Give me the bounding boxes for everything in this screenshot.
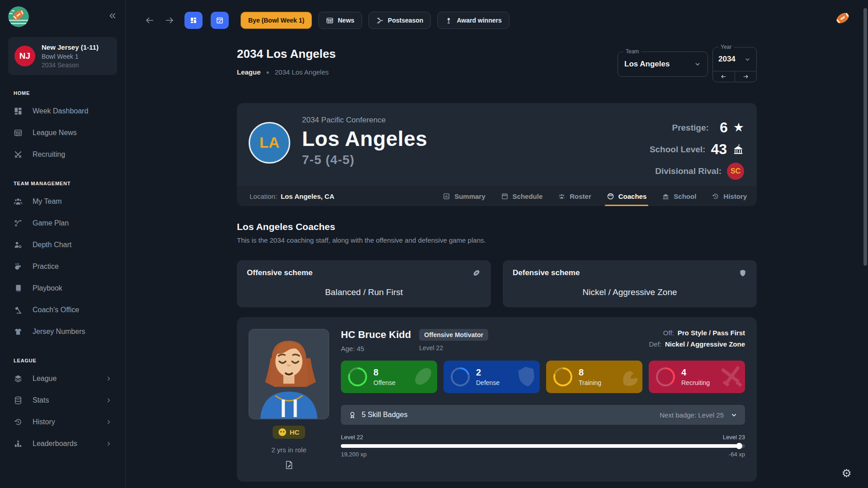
coach-header: HC Bruce Kidd Age: 45 Offensive Motivato… xyxy=(341,329,745,352)
tab-history[interactable]: History xyxy=(712,186,747,206)
year-select-value: 2034 xyxy=(718,55,736,64)
settings-gear-button[interactable]: ⚙ xyxy=(842,468,852,479)
coach-age: Age: 45 xyxy=(341,345,411,352)
coach-role-label: HC xyxy=(290,428,300,436)
defense-rating-value: 2 xyxy=(476,367,500,378)
team-year-selectors: Team Los Angeles Year 2034 xyxy=(618,47,757,82)
sidebar-item-league[interactable]: League xyxy=(8,368,117,389)
book-icon xyxy=(14,284,23,293)
document-edit-icon xyxy=(284,460,294,470)
coach-notes-button[interactable] xyxy=(284,460,294,470)
sidebar-item-recruiting[interactable]: Recruiting xyxy=(8,144,117,165)
prestige-row: Prestige: 6 ★ xyxy=(672,119,744,136)
main-content: Bye (Bowl Week 1) News Postseason Award … xyxy=(126,0,868,488)
sidebar-item-label: Stats xyxy=(33,396,49,404)
team-hero-card: LA 2034 Pacific Conference Los Angeles 7… xyxy=(237,103,757,206)
crossed-swords-icon xyxy=(14,150,23,159)
rival-row: Divisional Rival: SC xyxy=(655,163,744,180)
dashboard-grid-icon xyxy=(14,107,23,116)
tab-roster[interactable]: Roster xyxy=(558,186,591,206)
sidebar-item-week-dashboard[interactable]: Week Dashboard xyxy=(8,100,117,122)
sidebar-item-label: Leaderboards xyxy=(33,440,77,448)
sidebar-item-history[interactable]: History xyxy=(8,411,117,433)
skill-badges-label: 5 Skill Badges xyxy=(362,411,407,419)
team-name: Los Angeles xyxy=(302,127,427,151)
offensive-scheme-card: Offensive scheme Balanced / Run First xyxy=(237,260,491,307)
tab-schedule[interactable]: Schedule xyxy=(501,186,543,206)
top-toolbar: Bye (Bowl Week 1) News Postseason Award … xyxy=(126,0,868,29)
coach-stat-tiles: 8 Offense 2 Defense xyxy=(341,361,745,393)
breadcrumb-current: 2034 Los Angeles xyxy=(275,68,329,76)
dashboard-view-button[interactable] xyxy=(184,12,203,29)
tab-coaches[interactable]: Coaches xyxy=(607,186,647,206)
leaderboard-icon xyxy=(14,439,23,448)
skill-badges-bar[interactable]: 5 Skill Badges Next badge: Level 25 xyxy=(341,405,745,425)
sidebar-item-leaderboards[interactable]: Leaderboards xyxy=(8,433,117,455)
user-team-week: Bowl Week 1 xyxy=(42,53,99,60)
sidebar-item-stats[interactable]: Stats xyxy=(8,389,117,411)
user-team-badge[interactable]: NJ New Jersey (1-11) Bowl Week 1 2034 Se… xyxy=(8,37,117,75)
award-winners-button[interactable]: Award winners xyxy=(437,12,509,29)
back-button[interactable] xyxy=(143,14,156,27)
coach-tenure: 2 yrs in role xyxy=(271,446,307,454)
sidebar-collapse-button[interactable] xyxy=(107,11,117,21)
sidebar-item-game-plan[interactable]: Game Plan xyxy=(8,212,117,234)
play-strategy-icon xyxy=(14,219,23,228)
recruiting-rating-ring xyxy=(656,367,675,386)
section-label: TEAM MANAGEMENT xyxy=(8,181,117,186)
team-select[interactable]: Team Los Angeles xyxy=(618,52,708,77)
sidebar-item-jersey-numbers[interactable]: Jersey Numbers xyxy=(8,321,117,343)
breadcrumb: League ● 2034 Los Angeles xyxy=(237,68,336,76)
tab-label: School xyxy=(674,192,696,200)
crossed-swords-icon xyxy=(717,361,745,391)
sidebar-item-playbook[interactable]: Playbook xyxy=(8,277,117,299)
offense-rating-label: Offense xyxy=(373,379,396,386)
chevron-right-icon xyxy=(105,397,112,404)
team-tabs: Summary Schedule Roster Coaches xyxy=(443,186,747,206)
shield-icon xyxy=(513,362,540,391)
coaches-section-description: This is the 2034 coaching staff, along w… xyxy=(237,236,757,244)
bracket-icon xyxy=(376,17,384,24)
previous-year-button[interactable] xyxy=(713,71,735,82)
team-card-footer: Location: Los Angeles, CA Summary Schedu… xyxy=(237,186,757,206)
schedule-check-button[interactable] xyxy=(211,12,229,29)
tab-school[interactable]: School xyxy=(662,186,696,206)
next-year-button[interactable] xyxy=(735,71,757,82)
sidebar-item-depth-chart[interactable]: Depth Chart xyxy=(8,234,117,256)
football-icon-button[interactable] xyxy=(833,9,853,27)
offensive-scheme-value: Balanced / Run First xyxy=(247,287,481,297)
sidebar-item-my-team[interactable]: My Team xyxy=(8,191,117,212)
rival-badge-sc[interactable]: SC xyxy=(727,163,744,180)
offense-rating-ring xyxy=(348,367,367,386)
tab-summary[interactable]: Summary xyxy=(443,186,485,206)
recruiting-rating-value: 4 xyxy=(681,367,710,378)
news-button[interactable]: News xyxy=(318,12,362,29)
sidebar-item-league-news[interactable]: League News xyxy=(8,122,117,144)
page-scrollbar-thumb[interactable] xyxy=(863,8,867,266)
stat-tile-offense: 8 Offense xyxy=(341,361,437,393)
stat-tile-defense: 2 Defense xyxy=(443,361,540,393)
team-location: Location: Los Angeles, CA xyxy=(250,186,335,206)
chevron-right-icon xyxy=(105,419,112,425)
bye-week-button[interactable]: Bye (Bowl Week 1) xyxy=(241,12,312,29)
user-team-season: 2034 Season xyxy=(42,61,99,69)
school-building-icon xyxy=(732,144,744,155)
football-icon xyxy=(408,361,437,391)
school-level-label: School Level: xyxy=(650,145,706,155)
breadcrumb-league-link[interactable]: League xyxy=(237,68,261,76)
sidebar-item-coachs-office[interactable]: Coach's Office xyxy=(8,299,117,321)
app-logo[interactable] xyxy=(8,6,29,27)
football-icon xyxy=(472,268,481,277)
database-icon xyxy=(14,396,23,405)
defense-rating-ring xyxy=(451,367,470,386)
football-field-logo-icon xyxy=(8,6,29,27)
prestige-label: Prestige: xyxy=(672,123,708,133)
forward-button[interactable] xyxy=(163,14,176,27)
defense-rating-label: Defense xyxy=(476,379,500,386)
chevron-down-icon xyxy=(730,411,738,419)
postseason-button[interactable]: Postseason xyxy=(368,12,431,29)
year-select[interactable]: 2034 xyxy=(713,47,756,71)
coach-schemes: Off:Pro Style / Pass First Def:Nickel / … xyxy=(649,329,745,348)
sidebar-item-practice[interactable]: Practice xyxy=(8,256,117,277)
xp-level-to: Level 23 xyxy=(723,434,745,441)
